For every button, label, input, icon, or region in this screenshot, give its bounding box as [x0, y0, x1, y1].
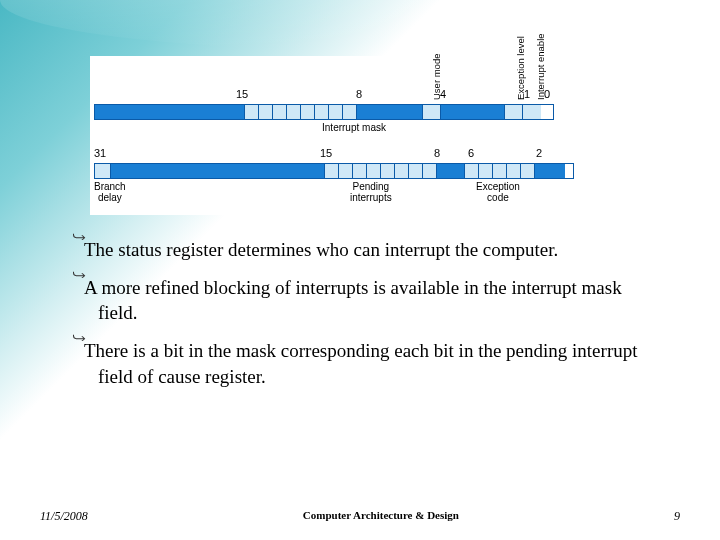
slide-footer: 11/5/2008 Computer Architecture & Design… [40, 509, 680, 524]
reg-segment [395, 164, 409, 178]
register-diagram: 15 8 4 1 0 User mode Exception level Int… [90, 56, 630, 215]
reg-segment [339, 164, 353, 178]
reg-segment [325, 164, 339, 178]
reg-segment [505, 105, 523, 119]
bullet-item: The status register determines who can i… [80, 237, 640, 263]
reg-segment [441, 105, 505, 119]
reg-segment [287, 105, 301, 119]
cause-labels: Branchdelay Pendinginterrupts Exceptionc… [94, 179, 626, 205]
bullet-item: There is a bit in the mask corresponding… [80, 338, 640, 389]
slide: 15 8 4 1 0 User mode Exception level Int… [0, 0, 720, 540]
status-bit-ticks: 15 8 4 1 0 User mode Exception level Int… [94, 62, 626, 100]
reg-segment [245, 105, 259, 119]
reg-segment [273, 105, 287, 119]
field-label-interrupt-enable: Interrupt enable [535, 33, 546, 100]
reg-segment [381, 164, 395, 178]
reg-segment [423, 164, 437, 178]
reg-segment [437, 164, 465, 178]
reg-segment [357, 105, 423, 119]
reg-segment [423, 105, 441, 119]
bit-tick: 8 [434, 147, 440, 159]
reg-segment [301, 105, 315, 119]
footer-title: Computer Architecture & Design [303, 509, 459, 524]
reg-segment [521, 164, 535, 178]
reg-segment [259, 105, 273, 119]
field-label-exception-level: Exception level [515, 36, 526, 100]
reg-segment [479, 164, 493, 178]
reg-segment [329, 105, 343, 119]
field-label-branch-delay: Branchdelay [94, 181, 126, 203]
reg-segment [343, 105, 357, 119]
bit-tick: 6 [468, 147, 474, 159]
status-register-bar [94, 104, 554, 120]
reg-segment [315, 105, 329, 119]
bit-tick: 31 [94, 147, 106, 159]
reg-segment [507, 164, 521, 178]
reg-segment [409, 164, 423, 178]
bit-tick: 15 [236, 88, 248, 100]
bit-tick: 8 [356, 88, 362, 100]
footer-page-number: 9 [674, 509, 680, 524]
cause-bit-ticks: 31 15 8 6 2 [94, 143, 626, 159]
bit-tick: 2 [536, 147, 542, 159]
reg-segment [95, 164, 111, 178]
reg-segment [111, 164, 325, 178]
bit-tick: 15 [320, 147, 332, 159]
field-label-pending-interrupts: Pendinginterrupts [350, 181, 392, 203]
reg-segment [535, 164, 565, 178]
reg-segment [367, 164, 381, 178]
bullet-list: The status register determines who can i… [80, 237, 640, 401]
reg-segment [523, 105, 541, 119]
field-label-user-mode: User mode [431, 54, 442, 100]
footer-date: 11/5/2008 [40, 509, 88, 524]
reg-segment [95, 105, 245, 119]
status-caption: Interrupt mask [94, 122, 554, 133]
reg-segment [353, 164, 367, 178]
reg-segment [465, 164, 479, 178]
cause-register-bar [94, 163, 574, 179]
reg-segment [493, 164, 507, 178]
bullet-item: A more refined blocking of interrupts is… [80, 275, 640, 326]
field-label-exception-code: Exceptioncode [476, 181, 520, 203]
